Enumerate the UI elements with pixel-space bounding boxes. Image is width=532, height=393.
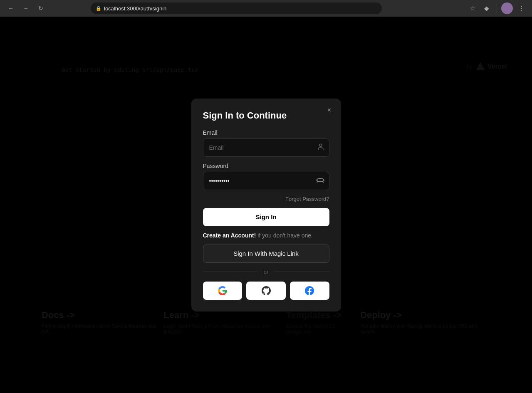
create-account-row: Create an Account! if you don't have one…: [203, 232, 329, 239]
email-label: Email: [203, 129, 329, 136]
menu-button[interactable]: ⋮: [515, 2, 527, 14]
back-button[interactable]: ←: [5, 2, 17, 14]
browser-chrome: ← → ↻ 🔒 localhost:3000/auth/signin ☆ ◆ ⋮: [0, 0, 532, 17]
create-account-suffix: if you don't have one.: [257, 232, 313, 239]
or-line-left: [203, 272, 259, 272]
password-label: Password: [203, 163, 329, 169]
svg-line-1: [317, 181, 318, 182]
social-buttons: [203, 282, 329, 300]
facebook-signin-button[interactable]: [290, 282, 329, 300]
signin-modal: × Sign In to Continue Email Password: [191, 99, 341, 311]
user-icon: [317, 143, 324, 152]
address-bar[interactable]: 🔒 localhost:3000/auth/signin: [91, 2, 382, 14]
password-input[interactable]: [203, 172, 329, 190]
or-line-right: [273, 272, 329, 272]
reload-button[interactable]: ↻: [35, 2, 47, 14]
email-input-wrapper: [203, 138, 329, 157]
browser-actions: ☆ ◆ ⋮: [467, 2, 527, 14]
forward-button[interactable]: →: [20, 2, 32, 14]
create-account-link[interactable]: Create an Account!: [203, 232, 256, 239]
magic-link-button[interactable]: Sign In With Magic Link: [203, 245, 329, 263]
password-input-wrapper: [203, 172, 329, 190]
star-button[interactable]: ☆: [467, 2, 478, 14]
forgot-password-link[interactable]: Forgot Password?: [203, 196, 329, 202]
sign-in-button[interactable]: Sign In: [203, 208, 329, 226]
svg-point-0: [319, 144, 322, 146]
address-text: localhost:3000/auth/signin: [104, 5, 377, 12]
email-input[interactable]: [203, 138, 329, 157]
modal-overlay: × Sign In to Continue Email Password: [0, 17, 532, 393]
github-signin-button[interactable]: [246, 282, 286, 300]
profile-button[interactable]: [501, 2, 513, 14]
google-signin-button[interactable]: [203, 282, 242, 300]
close-button[interactable]: ×: [324, 104, 335, 116]
extensions-button[interactable]: ◆: [481, 2, 492, 14]
svg-line-2: [323, 181, 324, 182]
modal-title: Sign In to Continue: [203, 110, 329, 121]
lock-icon: 🔒: [96, 6, 101, 11]
toggle-password-icon[interactable]: [316, 177, 324, 185]
or-divider: or: [203, 269, 329, 275]
or-text: or: [264, 269, 269, 275]
